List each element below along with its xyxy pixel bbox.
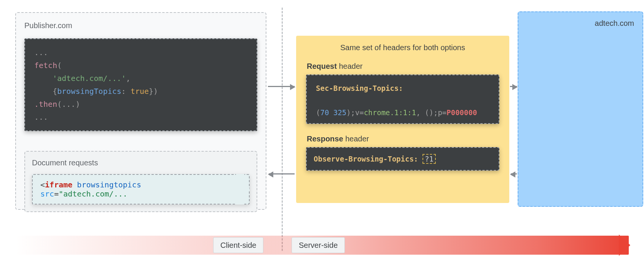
req-chrome: chrome.1:1:1 <box>364 108 416 117</box>
request-header-label-text: header <box>337 62 363 70</box>
document-requests-title: Document requests <box>32 159 250 167</box>
code-url-string: 'adtech.com/...' <box>53 74 126 83</box>
code-then-args: (...) <box>57 100 80 109</box>
publisher-title: Publisher.com <box>24 21 257 30</box>
req-sp <box>329 108 333 117</box>
req-open1: ( <box>316 108 320 117</box>
response-header-label: Response header <box>307 135 499 143</box>
code-colon: : <box>121 87 131 96</box>
code-brace-close: }) <box>149 87 158 96</box>
iframe-attr-src: src <box>40 189 54 198</box>
code-fetch-kw: fetch <box>34 61 57 70</box>
request-header-label: Request header <box>307 62 499 71</box>
code-ellipsis-end: ... <box>34 113 48 122</box>
client-side-chip: Client-side <box>213 237 263 253</box>
req-semi-v: ;v= <box>351 108 364 117</box>
req-comma: , <box>416 108 425 117</box>
arrow-adtech-to-headers <box>511 173 517 174</box>
request-header-label-bold: Request <box>307 62 337 70</box>
server-side-chip: Server-side <box>292 237 345 253</box>
req-num1: 70 <box>320 108 329 117</box>
iframe-lt: < <box>40 180 45 189</box>
code-comma: , <box>126 74 131 83</box>
iframe-snippet: <iframe browsingtopics src="adtech.com/.… <box>32 174 250 204</box>
iframe-eq: = <box>54 189 59 198</box>
iframe-src-val: "adtech.com/... <box>59 189 128 198</box>
arrow-publisher-to-headers <box>268 86 295 87</box>
arrow-headers-to-adtech <box>510 86 517 87</box>
publisher-box: Publisher.com ... fetch( 'adtech.com/...… <box>15 12 266 210</box>
request-header-code: Sec-Browsing-Topics: (70 325);v=chrome.1… <box>306 75 499 124</box>
response-header-code: Observe-Browsing-Topics: ?1 <box>306 147 499 171</box>
code-then-kw: .then <box>34 100 57 109</box>
req-open2: () <box>425 108 434 117</box>
req-p: P000000 <box>446 108 477 117</box>
resp-header-val: ?1 <box>422 154 436 164</box>
code-bool: true <box>131 87 149 96</box>
iframe-sp1 <box>72 180 77 189</box>
document-requests-box: Document requests <iframe browsingtopics… <box>24 151 257 212</box>
architecture-diagram: Publisher.com ... fetch( 'adtech.com/...… <box>8 8 636 271</box>
adtech-title: adtech.com <box>527 19 634 28</box>
code-open-paren: ( <box>57 61 62 70</box>
code-ellipsis: ... <box>34 48 48 57</box>
adtech-box: adtech.com <box>518 11 643 207</box>
code-brace-open: { <box>53 87 57 96</box>
headers-box: Same set of headers for both options Req… <box>296 36 509 203</box>
req-semi-p: ;p= <box>434 108 446 117</box>
iframe-attr-browsingtopics: browsingtopics <box>77 180 141 189</box>
code-prop: browsingTopics <box>57 87 121 96</box>
resp-header-name: Observe-Browsing-Topics: <box>314 155 418 163</box>
response-header-label-text: header <box>343 135 369 143</box>
response-header-label-bold: Response <box>307 135 343 143</box>
iframe-tag: iframe <box>45 180 72 189</box>
headers-title: Same set of headers for both options <box>306 43 499 52</box>
client-server-divider <box>282 8 283 251</box>
req-header-name: Sec-Browsing-Topics: <box>316 84 403 92</box>
req-close1: ) <box>346 108 351 117</box>
arrow-headers-to-docreq <box>269 173 295 174</box>
fetch-code-block: ... fetch( 'adtech.com/...', {browsingTo… <box>24 38 257 131</box>
req-num2: 325 <box>333 108 346 117</box>
